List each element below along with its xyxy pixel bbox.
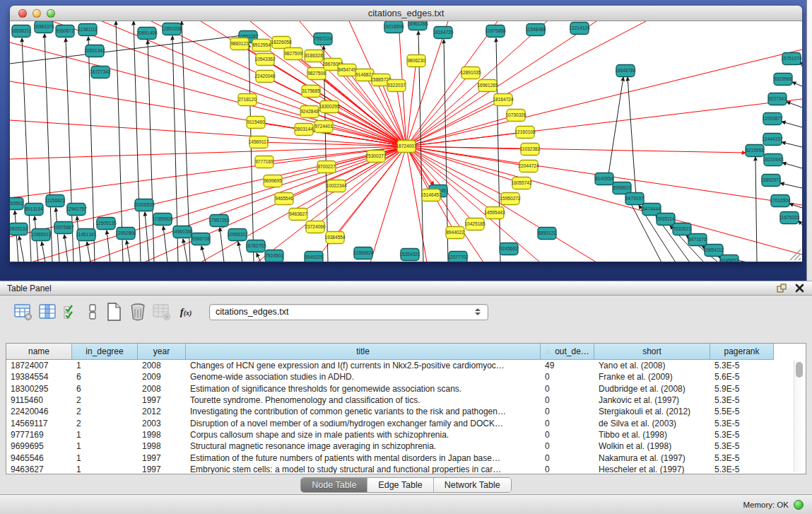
table-cell[interactable]: Dudbridge et al. (2008) [594,384,710,394]
graph-node-teal[interactable]: 20531342 [84,45,105,57]
graph-node-teal[interactable]: 9329966 [774,74,792,86]
graph-node-yellow[interactable]: 2803144 [295,124,313,136]
citation-network-graph[interactable]: 16538211 16983376 9360672 11381111 20691… [10,21,802,262]
graph-node-teal[interactable]: 12952866 [115,228,136,240]
table-cell[interactable]: Disruption of a novel member of a sodium… [186,419,541,428]
graph-hub-node[interactable]: 18724007 [396,141,417,153]
graph-node-teal[interactable]: 15892971 [760,175,782,187]
table-cell[interactable]: 9699695 [6,441,72,451]
graph-node-yellow[interactable]: 8912954 [252,40,271,52]
graph-node-yellow[interactable]: 12891035 [460,67,481,79]
graph-node-teal[interactable]: 7957224 [314,33,332,45]
table-cell[interactable]: 1 [72,453,138,463]
graph-node-yellow[interactable]: 15950272 [500,193,521,205]
scrollbar-thumb[interactable] [796,362,803,378]
graph-node-yellow[interactable]: 3175685 [302,86,320,98]
graph-node-yellow[interactable]: 14569117 [249,136,269,148]
table-cell[interactable]: 2 [72,407,138,416]
table-cell[interactable]: de Silva et al. (2003) [594,419,710,428]
citation-edge-black[interactable] [249,44,254,262]
graph-node-yellow[interactable]: 9806230 [407,55,425,67]
graph-node-teal[interactable]: 12891036 [161,23,182,35]
citation-edge-black[interactable] [134,21,141,262]
citation-edge-red[interactable] [406,146,495,213]
graph-node-yellow[interactable]: 19384554 [324,232,346,244]
table-cell[interactable]: 2012 [138,407,186,416]
table-cell[interactable]: Investigating the contribution of common… [186,407,541,416]
graph-node-teal[interactable]: 11548488 [526,24,546,36]
table-cell[interactable]: 5.3E-5 [710,395,774,405]
table-cell[interactable]: Structural magnetic resonance image aver… [186,441,541,451]
table-cell[interactable]: Hescheler et al. (1997) [594,465,710,474]
citation-edge-black[interactable] [782,122,802,127]
graph-node-teal[interactable]: 11381111 [78,24,98,36]
table-cell[interactable]: Nakamura et al. (1997) [594,453,710,463]
table-cell[interactable]: 0 [541,372,594,382]
graph-node-teal[interactable]: 10654112 [704,245,724,257]
citation-edge-black[interactable] [780,183,802,188]
table-cell[interactable]: Jankovic et al. (1997) [594,395,710,405]
table-cell[interactable]: 2009 [138,372,186,382]
column-header-out_de[interactable]: out_de… [541,344,594,360]
graph-node-yellow[interactable]: 25300277 [365,151,387,163]
graph-node-yellow[interactable]: 22420046 [254,71,276,83]
graph-node-teal[interactable]: 10975888 [485,25,506,37]
graph-node-teal[interactable]: 19218506 [383,21,404,33]
citation-edge-black[interactable] [787,102,802,107]
citation-edge-red[interactable] [406,146,483,262]
column-header-year[interactable]: year [138,344,186,360]
citation-edge-black[interactable] [163,226,167,262]
table-cell[interactable]: 9115460 [6,395,72,405]
row-height-icon[interactable] [85,301,100,322]
table-cell[interactable]: 0 [541,465,594,474]
table-cell[interactable]: Tibbo et al. (1998) [594,430,710,440]
graph-node-teal[interactable]: 16782753 [245,240,266,252]
graph-node-teal[interactable]: 16961266 [407,21,428,30]
table-cell[interactable]: 0 [541,419,594,428]
table-cell[interactable]: Estimation of significance thresholds fo… [186,384,541,394]
table-cell[interactable]: Embryonic stem cells: a model to study s… [186,465,541,474]
graph-node-teal[interactable]: 14960288 [172,226,193,238]
graph-node-yellow[interactable]: 8700227 [317,161,336,173]
graph-node-yellow[interactable]: 18300295 [319,101,340,113]
table-cell[interactable]: 1998 [138,441,186,451]
graph-node-teal[interactable]: 2935114 [657,214,675,226]
table-settings-icon[interactable] [13,301,34,322]
graph-node-teal[interactable]: 16648784 [615,65,636,77]
graph-node-teal[interactable]: 12505135 [95,218,117,230]
graph-node-yellow[interactable]: 18226058 [271,37,292,49]
column-header-name[interactable]: name [6,344,72,360]
graph-node-yellow[interactable]: 22044724 [518,160,539,173]
table-cell[interactable]: 9463627 [6,465,72,474]
graph-node-teal[interactable]: 11675333 [779,212,800,224]
citation-edge-red[interactable] [406,146,802,255]
graph-node-yellow[interactable]: 9242848 [300,106,319,118]
citation-edge-black[interactable] [755,157,757,262]
citation-edge-black[interactable] [782,163,802,168]
network-canvas[interactable]: 16538211 16983376 9360672 11381111 20691… [10,21,802,262]
table-cell[interactable]: 2 [72,419,138,428]
table-cell[interactable]: 49 [541,361,594,370]
graph-node-teal[interactable]: 18164726 [433,27,454,39]
graph-node-teal[interactable]: 12444157 [762,134,783,146]
citation-edge-black[interactable] [148,40,154,262]
table-cell[interactable]: 1 [72,361,138,370]
table-cell[interactable]: 5.9E-5 [710,384,774,394]
table-row[interactable]: 1872400712008Changes of HCN gene express… [6,360,806,371]
table-cell[interactable]: Franke et al. (2009) [594,372,710,382]
graph-node-yellow[interactable]: 9115460 [247,117,265,129]
graph-node-teal[interactable]: 11451341 [76,229,97,241]
citation-edge-black[interactable] [145,212,149,262]
citation-edge-black[interactable] [496,38,500,262]
graph-node-yellow[interactable]: 8454749 [338,64,356,76]
graph-node-teal[interactable]: 9245662 [500,243,518,255]
graph-node-teal[interactable]: 16983376 [33,21,54,33]
graph-node-teal[interactable]: 8215958 [746,145,764,157]
table-cell[interactable]: 14569117 [6,419,72,428]
graph-node-teal[interactable]: 8650122 [538,228,556,240]
citation-edge-black[interactable] [15,211,18,262]
citation-edge-black[interactable] [201,246,206,262]
table-cell[interactable]: 5.3E-5 [710,419,774,428]
citation-edge-red[interactable] [406,146,746,153]
graph-node-teal[interactable]: 12214124 [569,23,590,35]
